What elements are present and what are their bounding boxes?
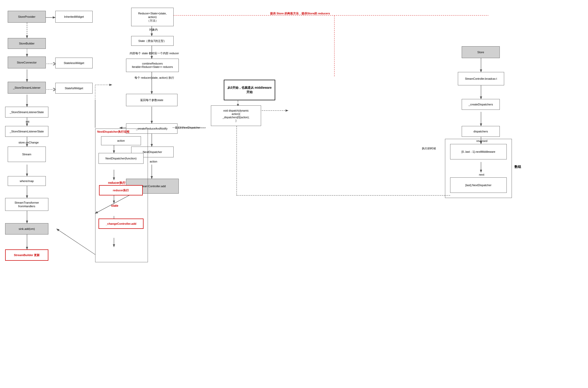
stream-transformer-box: StreamTransformer fromHandlers	[5, 198, 48, 211]
next-dispatcher-func-box: NextDispatcher(function)	[99, 153, 144, 164]
void-dispatch-box: void dispatch(dynamic action){ _dispatch…	[211, 105, 261, 126]
store-connector-label: StoreConnector	[17, 61, 37, 64]
reducer-exec-inner-label: reducer执行	[113, 188, 129, 192]
stateful-widget-box: StatefulWidget	[55, 83, 93, 94]
stream-box: Stream	[8, 147, 46, 162]
stateless-widget-label: StatelessWidget	[64, 61, 84, 65]
svg-line-40	[57, 229, 95, 255]
return-state-label: 返回每个参数state	[140, 98, 163, 102]
diagram-container: StoreProvider InheritedWidget StoreBuild…	[0, 0, 588, 388]
sink-add-box: sink.add(vm)	[5, 223, 48, 234]
reducer-box: Reducer<State>(state, action) （方法）	[131, 8, 174, 26]
action-label-mid: action	[150, 160, 157, 163]
store-stream-listener-state2-label: _StoreStreamListenerState	[10, 130, 44, 133]
change-controller-add-label: _changeController.add	[106, 222, 136, 225]
combine-reducers-label: combineReducers Iterable<Reducer<State>>…	[132, 62, 173, 69]
void-dispatch-label: void dispatch(dynamic action){ _dispatch…	[223, 109, 250, 122]
provide-store-label: 提供 Store 的构造方法，提供Store的 reducers	[270, 12, 330, 15]
store-builder-box: StoreBuilder	[8, 38, 46, 49]
store-connector-box: StoreConnector	[8, 57, 46, 68]
reducer-exec-box: reducer执行	[99, 185, 143, 195]
inherited-widget-box: InheritedWidget	[55, 11, 93, 23]
stream-transformer-label: StreamTransformer fromHandlers	[7, 201, 47, 208]
reducer-label: Reducer<State>(state, action) （方法）	[138, 12, 167, 23]
store-builder-label: StoreBuilder	[19, 42, 35, 45]
store-box: Store	[462, 46, 500, 58]
state-inner-label: state	[111, 204, 118, 207]
reducer-exec-label: reducer执行	[108, 181, 126, 185]
stream-builder-label: StreamBuilder 更新	[14, 253, 40, 257]
stream-controller-broadcast-box: StreamController.broadcas t	[458, 72, 504, 85]
store-stream-listener-box: _StoreStreamListener	[8, 82, 46, 94]
store-provider-label: StoreProvider	[18, 15, 35, 19]
stream-controller-broadcast-label: StreamController.broadcas t	[465, 77, 497, 80]
dispatchers-box: dispatchers	[462, 126, 500, 137]
next-dispatcher-region	[95, 129, 148, 262]
store-label: Store	[477, 50, 484, 54]
where-map-label: where/map	[20, 179, 34, 183]
dispatchers-label: dispatchers	[474, 130, 488, 133]
stream-builder-box: StreamBuilder 更新	[5, 249, 48, 261]
exec-time-label: 执行的时候	[422, 147, 436, 150]
stateful-widget-label: StatefulWidget	[65, 86, 83, 90]
last-to-next-label: 一最后到NextDispatcher——	[172, 126, 205, 130]
each-reducer-label: 内部每个 state 都对应一个内部 reducer	[113, 51, 195, 55]
each-reducer-exec-label: 每个 reducer(state, action) 执行	[116, 76, 193, 80]
init-label: init	[26, 120, 29, 123]
store-onchange-label: store.onChange	[19, 141, 39, 144]
change-controller-add-box: _changeController.add	[99, 219, 144, 229]
sink-add-label: sink.add(vm)	[19, 227, 35, 231]
state-box: State（类似T的泛型）	[131, 36, 174, 46]
store-stream-listener-state2-box: _StoreStreamListenerState	[5, 126, 48, 137]
create-dispatchers-box: _createDispatchers	[462, 99, 500, 110]
combine-reducers-box: combineReducers Iterable<Reducer<State>>…	[126, 59, 179, 72]
from-middleware-label: 从0开始，也就是从 middleware 开始	[226, 86, 273, 94]
to-object-label: 对象内	[149, 28, 158, 32]
inherited-widget-label: InheritedWidget	[64, 15, 84, 19]
stream-label: Stream	[22, 152, 31, 156]
stateless-widget-box: StatelessWidget	[55, 58, 93, 68]
action-inner-box: action	[101, 136, 141, 145]
action-inner-label: action	[117, 139, 125, 142]
create-dispatchers-label: _createDispatchers	[469, 103, 493, 106]
array-label: 数组	[514, 165, 521, 169]
store-provider-box: StoreProvider	[8, 11, 46, 23]
next-dispatcher-func-label: NextDispatcher(function)	[105, 157, 137, 160]
where-map-box: where/map	[8, 176, 46, 186]
dispatchers-array-region	[445, 139, 512, 198]
return-state-box: 返回每个参数state	[126, 94, 177, 106]
store-stream-listener-label: _StoreStreamListener	[13, 86, 41, 89]
state-label: State（类似T的泛型）	[138, 39, 166, 43]
store-stream-listener-state1-box: _StoreStreamListenerState	[5, 107, 48, 118]
next-dispatcher-region-label: NextDispatcher执行过程	[97, 130, 129, 134]
from-middleware-box: 从0开始，也就是从 middleware 开始	[224, 80, 275, 100]
store-stream-listener-state1-label: _StoreStreamListenerState	[10, 110, 44, 114]
